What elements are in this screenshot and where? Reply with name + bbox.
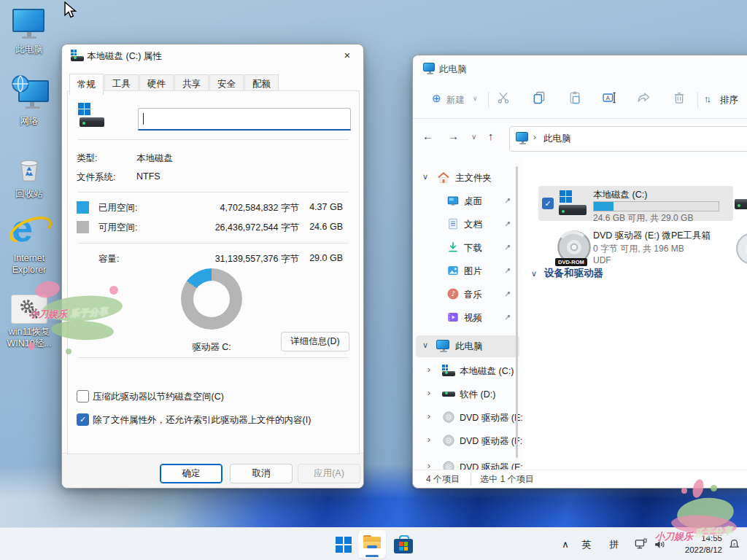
forward-icon[interactable]: → [448, 130, 459, 142]
ok-button[interactable]: 确定 [160, 464, 222, 483]
new-icon[interactable]: ⊕ [432, 92, 441, 105]
desktop-icon-internet-explorer[interactable]: e Internet Explorer [0, 210, 58, 276]
filesystem-value: NTFS [136, 171, 160, 182]
window-title: 此电脑 [439, 63, 467, 76]
chevron-down-icon[interactable]: ∨ [422, 172, 428, 182]
sidebar-item-videos[interactable]: 视频 [413, 307, 522, 329]
paste-icon [568, 90, 582, 105]
compress-checkbox[interactable] [77, 390, 89, 402]
chevron-down-icon[interactable]: ∨ [422, 341, 428, 350]
volume-tray-button[interactable] [649, 528, 670, 560]
address-bar[interactable]: › 此电脑 [509, 126, 747, 152]
rename-button[interactable]: A [600, 90, 619, 109]
folder-icon [363, 535, 381, 550]
network-tray-button[interactable] [630, 528, 651, 560]
copy-icon [532, 90, 546, 105]
close-button[interactable]: × [331, 44, 363, 66]
network-icon [634, 537, 648, 551]
sidebar-item-pictures[interactable]: 图片 [413, 260, 522, 282]
cut-button[interactable] [494, 90, 513, 109]
free-space-swatch [77, 221, 89, 233]
used-space-label: 已用空间: [98, 202, 137, 214]
ime-indicator[interactable]: 拼 [604, 528, 624, 560]
sidebar-item-downloads[interactable]: 下载 [413, 237, 522, 259]
desktop-icon-win11-restore[interactable]: win11恢复 WIN10经... [0, 295, 58, 349]
store-icon [394, 535, 413, 553]
used-space-swatch [77, 201, 89, 214]
sidebar-item-dvd-f[interactable]: › DVD 驱动器 (F:) [413, 430, 522, 452]
details-button[interactable]: 详细信息(D) [281, 332, 349, 351]
sidebar-item-home[interactable]: ∨ 主文件夹 [413, 167, 522, 189]
icon-label: Internet Explorer [0, 253, 58, 276]
language-indicator[interactable]: 英 [576, 528, 597, 560]
volume-label-input[interactable] [138, 108, 351, 131]
start-button[interactable] [330, 528, 357, 560]
back-icon[interactable]: ← [422, 130, 433, 142]
sidebar-item-music[interactable]: ♪ 音乐 [413, 284, 522, 306]
drive-item-dvd-e[interactable]: DVD-ROM DVD 驱动器 (E:) 微PE工具箱 0 字节 可用, 共 1… [538, 227, 733, 269]
copy-button[interactable] [530, 90, 549, 109]
dvd-icon-partial[interactable] [734, 230, 747, 267]
pin-icon [503, 219, 512, 228]
index-checkbox[interactable]: ✓ [77, 413, 89, 426]
sidebar-item-drive-c[interactable]: › 本地磁盘 (C:) [413, 360, 522, 382]
pin-icon [503, 196, 512, 205]
svg-text:♪: ♪ [451, 289, 455, 298]
navigation-pane: ∨ 主文件夹 桌面 文档 下载 图片 [413, 158, 522, 470]
desktop-icon-this-pc[interactable]: 此电脑 [0, 9, 58, 56]
cancel-button[interactable]: 取消 [230, 464, 293, 483]
sidebar-item-documents[interactable]: 文档 [413, 214, 522, 236]
index-checkbox-label: 除了文件属性外，还允许索引此驱动器上文件的内容(I) [93, 414, 311, 427]
paste-button[interactable] [565, 90, 584, 109]
sidebar-item-dvd-partial[interactable]: › DVD 驱动器 (E:) [413, 456, 522, 470]
history-chevron-icon[interactable]: ∨ [471, 133, 476, 141]
tray-time: 14:55 [685, 532, 722, 544]
desktop-icon-recycle-bin[interactable]: 回收站 [0, 152, 58, 201]
up-icon[interactable]: ↑ [488, 130, 494, 142]
bell-icon: z [727, 537, 741, 551]
selected-checkbox[interactable]: ✓ [542, 198, 554, 209]
drive-item-c[interactable]: ✓ 本地磁盘 (C:) 24.6 GB 可用, 共 29.0 GB [538, 186, 733, 221]
document-icon [446, 217, 460, 230]
tray-chevron-button[interactable]: ∧ [556, 528, 575, 560]
chevron-right-icon[interactable]: › [427, 435, 430, 445]
pin-icon [503, 266, 512, 275]
sidebar-item-drive-d[interactable]: › 软件 (D:) [413, 384, 522, 405]
file-explorer-taskbar-button[interactable] [358, 530, 386, 559]
sidebar-scrollbar[interactable] [516, 166, 518, 458]
gears-icon [11, 295, 47, 324]
clock[interactable]: 14:55 2022/8/12 [685, 532, 722, 556]
new-button[interactable]: 新建 [446, 94, 465, 106]
notification-center-button[interactable]: z [724, 528, 744, 560]
chevron-down-icon[interactable]: ∨ [531, 269, 537, 278]
chevron-down-icon[interactable]: ∨ [473, 95, 478, 102]
icon-label: win11恢复 [0, 327, 58, 338]
chevron-right-icon[interactable]: › [427, 365, 430, 375]
drive-icon-partial[interactable] [734, 190, 747, 217]
disk-usage-donut-chart [181, 268, 242, 330]
close-icon: × [344, 49, 351, 61]
breadcrumb[interactable]: 此电脑 [543, 133, 571, 145]
music-icon: ♪ [446, 287, 460, 300]
share-button[interactable] [635, 90, 654, 109]
free-space-label: 可用空间: [98, 222, 137, 234]
breadcrumb-chevron-icon: › [533, 132, 536, 142]
apply-button[interactable]: 应用(A) [298, 464, 360, 483]
capacity-bytes: 31,139,557,376 字节 [190, 253, 299, 265]
chevron-right-icon[interactable]: › [427, 411, 430, 421]
sidebar-item-this-pc[interactable]: ∨ 此电脑 [416, 335, 519, 357]
chevron-right-icon[interactable]: › [427, 388, 430, 398]
sidebar-item-desktop[interactable]: 桌面 [413, 190, 522, 212]
drive-icon [442, 392, 455, 397]
icon-label: 回收站 [0, 189, 58, 201]
item-count: 4 个项目 [426, 473, 460, 486]
desktop-icon-network[interactable]: 网络 [0, 80, 58, 128]
dialog-titlebar[interactable]: 本地磁盘 (C:) 属性 × [62, 44, 363, 66]
sidebar-item-dvd-e[interactable]: › DVD 驱动器 (E:) [413, 407, 522, 429]
sort-button[interactable]: 排序 [720, 94, 738, 106]
delete-button[interactable] [670, 90, 689, 109]
tab-general[interactable]: 常规 [69, 74, 104, 95]
microsoft-store-taskbar-button[interactable] [390, 528, 417, 560]
monitor-icon [12, 9, 46, 39]
sort-icon[interactable]: ↑↓ [704, 93, 709, 104]
